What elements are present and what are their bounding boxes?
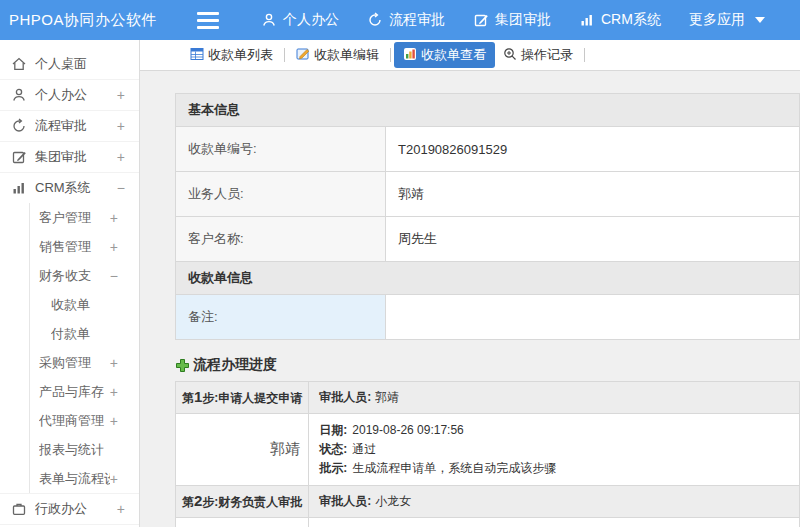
tab-receipt-list[interactable]: 收款单列表 (182, 46, 281, 64)
topnav-crm[interactable]: CRM系统 (565, 0, 675, 40)
table-row: 备注: (176, 295, 800, 340)
zoom-icon (503, 47, 517, 64)
topnav-label: 集团审批 (495, 11, 551, 29)
expand-toggle[interactable]: + (110, 210, 118, 226)
expand-toggle[interactable]: + (117, 501, 125, 517)
app-logo: PHPOA协同办公软件 (0, 11, 140, 30)
sidebar-item-crm[interactable]: CRM系统 − (0, 172, 139, 203)
approver-name: 小龙女 (176, 518, 309, 527)
receipt-detail-table: 基本信息 收款单编号: T20190826091529 业务人员: 郭靖 客户名… (175, 93, 800, 340)
tab-operation-log[interactable]: 操作记录 (495, 46, 581, 64)
step-header-row: 第2步:财务负责人审批 审批人员:小龙女 (176, 486, 800, 518)
section-basic-info: 基本信息 (176, 94, 800, 127)
field-label: 客户名称: (176, 217, 386, 262)
expand-toggle[interactable]: + (110, 384, 118, 400)
history-icon (11, 118, 27, 134)
sidebar: 个人桌面 个人办公 + 流程审批 + 集团审批 + CRM系统 − (0, 40, 140, 527)
section-title: 收款单信息 (176, 262, 800, 295)
field-value: T20190826091529 (386, 127, 800, 172)
process-progress-heading: 流程办理进度 (175, 356, 800, 374)
sidebar-item-payment[interactable]: 付款单 (30, 319, 139, 348)
top-bar: PHPOA协同办公软件 个人办公 流程审批 集团审批 (0, 0, 800, 40)
step-approver: 审批人员:郭靖 (309, 382, 800, 414)
sidebar-item-workflow-approval[interactable]: 流程审批 + (0, 110, 139, 141)
sidebar-item-product-inventory[interactable]: 产品与库存 + (30, 377, 139, 406)
history-icon (367, 12, 383, 28)
tab-bar: 收款单列表 收款单编辑 收款单查看 操作记录 (140, 40, 800, 71)
field-label: 业务人员: (176, 172, 386, 217)
collapse-toggle[interactable]: − (110, 268, 118, 284)
field-label: 收款单编号: (176, 127, 386, 172)
field-value: 周先生 (386, 217, 800, 262)
sidebar-item-customer-mgmt[interactable]: 客户管理 + (30, 203, 139, 232)
topnav-label: CRM系统 (601, 11, 661, 29)
sidebar-item-receipt[interactable]: 收款单 (30, 290, 139, 319)
expand-toggle[interactable]: + (110, 471, 118, 487)
table-row: 业务人员: 郭靖 (176, 172, 800, 217)
tab-receipt-view[interactable]: 收款单查看 (394, 42, 495, 68)
sidebar-item-form-workflow-settings[interactable]: 表单与流程设置 + (30, 464, 139, 493)
sidebar-item-reports-stats[interactable]: 报表与统计 (30, 435, 139, 464)
tab-divider (390, 48, 391, 62)
view-chart-icon (403, 47, 417, 64)
tab-divider (284, 48, 285, 62)
top-nav: 个人办公 流程审批 集团审批 CRM系统 更多应用 (247, 0, 779, 40)
step-detail-row: 小龙女 日期:2019-08-26 09:21:12 状态:结束 批示:通过 (176, 518, 800, 527)
hamburger-menu-icon[interactable] (197, 12, 219, 29)
expand-toggle[interactable]: + (117, 118, 125, 134)
person-icon (261, 12, 277, 28)
detail-comment: 批示:生成流程申请单，系统自动完成该步骤 (319, 459, 789, 478)
topnav-personal-office[interactable]: 个人办公 (247, 0, 353, 40)
sidebar-item-sales-mgmt[interactable]: 销售管理 + (30, 232, 139, 261)
list-icon (190, 47, 204, 64)
expand-toggle[interactable]: + (117, 149, 125, 165)
topnav-workflow-approval[interactable]: 流程审批 (353, 0, 459, 40)
topnav-label: 更多应用 (689, 11, 745, 29)
sidebar-item-group-approval[interactable]: 集团审批 + (0, 141, 139, 172)
bar-chart-icon (579, 12, 595, 28)
field-value: 郭靖 (386, 172, 800, 217)
crm-submenu: 客户管理 + 销售管理 + 财务收支 − 收款单 付款单 采 (29, 203, 139, 493)
topnav-label: 流程审批 (389, 11, 445, 29)
expand-toggle[interactable]: + (117, 87, 125, 103)
step-detail-row: 郭靖 日期:2019-08-26 09:17:56 状态:通过 批示:生成流程申… (176, 414, 800, 486)
sidebar-item-purchase-mgmt[interactable]: 采购管理 + (30, 348, 139, 377)
home-icon (11, 56, 27, 72)
sidebar-item-agent-mgmt[interactable]: 代理商管理 + (30, 406, 139, 435)
topnav-more-apps[interactable]: 更多应用 (675, 0, 779, 40)
sidebar-item-personal-desktop[interactable]: 个人桌面 (0, 48, 139, 79)
step-detail: 日期:2019-08-26 09:17:56 状态:通过 批示:生成流程申请单，… (309, 414, 800, 486)
section-title: 基本信息 (176, 94, 800, 127)
step-approver: 审批人员:小龙女 (309, 486, 800, 518)
sidebar-item-personal-office[interactable]: 个人办公 + (0, 79, 139, 110)
approver-name: 郭靖 (176, 414, 309, 486)
caret-down-icon (755, 17, 765, 23)
detail-status: 状态:通过 (319, 440, 789, 459)
sidebar-item-admin-office[interactable]: 行政办公 + (0, 493, 139, 524)
page-content: 基本信息 收款单编号: T20190826091529 业务人员: 郭靖 客户名… (140, 71, 800, 527)
tab-receipt-edit[interactable]: 收款单编辑 (288, 46, 387, 64)
expand-toggle[interactable]: + (110, 239, 118, 255)
edit-icon (11, 149, 27, 165)
plus-icon[interactable] (175, 358, 190, 373)
step-detail: 日期:2019-08-26 09:21:12 状态:结束 批示:通过 (309, 518, 800, 527)
field-label: 备注: (176, 295, 386, 340)
detail-date: 日期:2019-08-26 09:17:56 (319, 421, 789, 440)
section-receipt-info: 收款单信息 (176, 262, 800, 295)
edit-icon (473, 12, 489, 28)
expand-toggle[interactable]: + (110, 355, 118, 371)
briefcase-icon (11, 501, 27, 517)
app-window: PHPOA协同办公软件 个人办公 流程审批 集团审批 (0, 0, 800, 527)
collapse-toggle[interactable]: − (117, 180, 125, 196)
tab-divider (584, 48, 585, 62)
process-progress-table: 第1步:申请人提交申请 审批人员:郭靖 郭靖 日期:2019-08-26 09:… (175, 381, 800, 527)
topnav-group-approval[interactable]: 集团审批 (459, 0, 565, 40)
step-label: 第2步:财务负责人审批 (176, 486, 309, 518)
sidebar-item-finance[interactable]: 财务收支 − (30, 261, 139, 290)
topnav-label: 个人办公 (283, 11, 339, 29)
expand-toggle[interactable]: + (110, 413, 118, 429)
step-label: 第1步:申请人提交申请 (176, 382, 309, 414)
edit-doc-icon (296, 47, 310, 64)
person-icon (11, 87, 27, 103)
field-value (386, 295, 800, 340)
